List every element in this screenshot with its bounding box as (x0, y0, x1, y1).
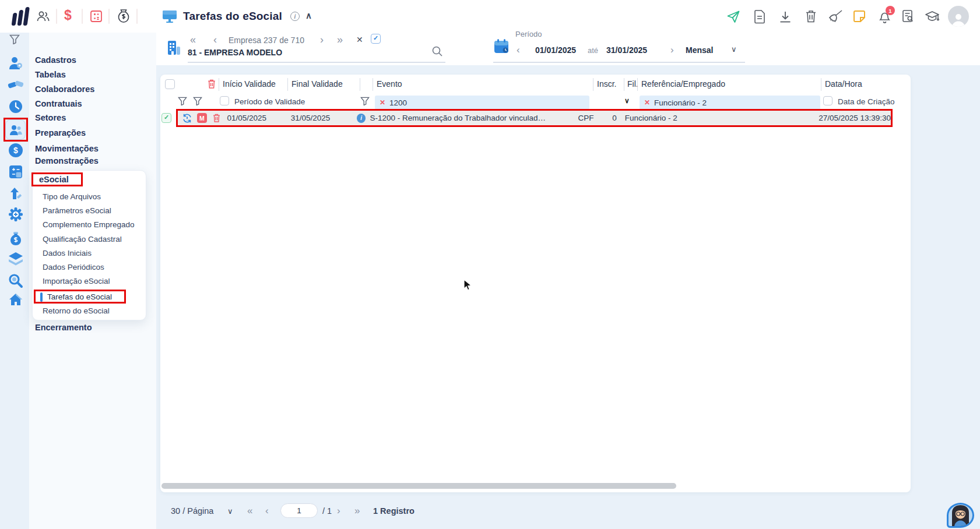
first-page-button[interactable]: « (247, 505, 252, 517)
calculator-rail-icon[interactable] (9, 165, 23, 179)
table-row[interactable]: M 01/05/2025 31/05/2025 i S-1200 - Remun… (176, 109, 893, 127)
data-criacao-checkbox[interactable] (823, 96, 833, 105)
filter-icon[interactable] (9, 34, 20, 44)
horizontal-scrollbar[interactable] (161, 483, 676, 489)
submenu-tarefas-do-esocial[interactable]: Tarefas do eSocial (47, 292, 112, 301)
submenu-dados-periodicos[interactable]: Dados Periódicos (43, 263, 104, 271)
period-next-button[interactable]: › (670, 44, 674, 56)
document-icon[interactable] (753, 9, 766, 24)
graduation-icon[interactable] (925, 10, 940, 23)
cell-data-hora: 27/05/2025 13:39:30 (795, 114, 891, 122)
trash-icon[interactable] (805, 9, 817, 23)
info-icon[interactable]: i (290, 12, 300, 21)
company-search-icon[interactable] (431, 45, 443, 57)
period-mode-caret-icon[interactable]: ∨ (731, 45, 737, 54)
company-first-button[interactable]: « (190, 34, 196, 46)
download-icon[interactable] (779, 10, 792, 23)
per-page-caret-icon[interactable]: ∨ (227, 507, 233, 516)
collapse-header-icon[interactable]: ∧ (305, 10, 312, 21)
sidebar-item-movimentacoes[interactable]: Movimentações (35, 144, 99, 153)
submenu-dados-iniciais[interactable]: Dados Iniciais (43, 249, 92, 258)
period-start-date[interactable]: 01/01/2025 (535, 45, 576, 55)
select-all-checkbox[interactable] (165, 79, 175, 89)
submenu-qualificacao-cadastral[interactable]: Qualificação Cadastral (43, 235, 122, 244)
next-page-button[interactable]: › (337, 505, 340, 517)
promotion-icon[interactable] (9, 186, 22, 202)
dollar-icon[interactable]: $ (64, 8, 72, 23)
colaboradores-rail-icon[interactable] (5, 119, 26, 140)
col-inscr[interactable]: Inscr. (597, 79, 616, 89)
monitor-icon (162, 9, 177, 23)
submenu-tipo-de-arquivos[interactable]: Tipo de Arquivos (43, 192, 101, 201)
moneybag-rail-icon[interactable] (9, 231, 23, 246)
last-page-button[interactable]: » (354, 505, 360, 517)
filter-funnel-icon[interactable] (178, 97, 187, 105)
filter-funnel-icon[interactable] (193, 97, 202, 105)
submenu-importacao-esocial[interactable]: Importação eSocial (43, 277, 110, 285)
resend-icon[interactable] (182, 113, 192, 124)
person-settings-icon[interactable] (8, 55, 23, 70)
search-rail-icon[interactable] (8, 273, 23, 288)
broom-icon[interactable] (828, 9, 843, 23)
filter-funnel-icon[interactable] (360, 97, 370, 105)
dollar-rail-icon[interactable]: $ (9, 143, 23, 157)
note-icon[interactable] (852, 9, 866, 23)
active-item-indicator (40, 292, 43, 302)
row-delete-icon[interactable] (212, 113, 221, 123)
audit-log-icon[interactable] (901, 9, 915, 23)
calculator-icon[interactable] (89, 9, 103, 23)
sidebar-item-encerramento[interactable]: Encerramento (35, 323, 92, 332)
table-card: Início Validade Final Validade Evento In… (160, 75, 911, 492)
current-page-input[interactable]: 1 (280, 503, 318, 518)
bulk-delete-icon[interactable] (207, 79, 216, 89)
sidebar-item-preparacoes[interactable]: Preparações (35, 128, 86, 137)
company-checkbox[interactable]: ✓ (371, 34, 381, 44)
sidebar-item-esocial[interactable]: eSocial (39, 175, 69, 184)
assistant-chat-button[interactable] (947, 503, 974, 528)
period-label: Período (515, 30, 542, 38)
period-prev-button[interactable]: ‹ (517, 44, 520, 56)
clock-icon[interactable] (8, 99, 23, 114)
sidebar-item-tabelas[interactable]: Tabelas (35, 70, 66, 79)
moneybag-icon[interactable] (117, 8, 131, 23)
periodo-validade-checkbox[interactable] (220, 96, 229, 105)
sidebar-item-contratuais[interactable]: Contratuais (35, 99, 82, 108)
app-logo[interactable] (10, 7, 31, 26)
info-badge[interactable]: i (357, 114, 366, 123)
gear-icon[interactable] (8, 207, 23, 222)
period-end-date[interactable]: 31/01/2025 (606, 45, 647, 55)
people-icon[interactable] (36, 10, 50, 23)
col-evento[interactable]: Evento (377, 79, 402, 89)
submenu-complemento-empregado[interactable]: Complemento Empregado (43, 220, 135, 229)
referencia-filter-input[interactable]: ✕ Funcionário - 2 (640, 96, 820, 110)
send-icon[interactable] (726, 10, 740, 24)
col-fil[interactable]: Fil. (627, 79, 638, 89)
sidebar-item-colaboradores[interactable]: Colaboradores (35, 84, 94, 94)
prev-page-button[interactable]: ‹ (265, 505, 269, 517)
home-icon[interactable] (8, 292, 23, 306)
clear-filter-icon[interactable]: ✕ (380, 98, 385, 107)
sidebar-item-cadastros[interactable]: Cadastros (35, 55, 76, 65)
col-data-hora[interactable]: Data/Hora (825, 79, 862, 89)
evento-filter-input[interactable]: ✕ 1200 (375, 96, 589, 110)
col-inicio-validade[interactable]: Início Validade (223, 79, 276, 89)
sidebar-item-setores[interactable]: Setores (35, 113, 66, 122)
company-clear-button[interactable]: ✕ (356, 35, 363, 44)
submenu-parametros-esocial[interactable]: Parâmetros eSocial (43, 206, 111, 215)
row-select-checkbox[interactable]: ✓ (161, 113, 171, 123)
user-avatar[interactable] (948, 6, 969, 27)
layers-icon[interactable] (8, 252, 24, 266)
col-final-validade[interactable]: Final Validade (291, 79, 343, 89)
period-mode-select[interactable]: Mensal (686, 45, 713, 55)
col-referencia-empregado[interactable]: Referência/Empregado (641, 79, 725, 89)
clear-filter-icon[interactable]: ✕ (644, 98, 650, 107)
sidebar-item-demonstracoes[interactable]: Demonstrações (35, 156, 99, 165)
submenu-retorno-do-esocial[interactable]: Retorno do eSocial (43, 306, 110, 315)
per-page-select[interactable]: 30 / Página (171, 506, 213, 516)
company-last-button[interactable]: » (337, 34, 343, 46)
company-prev-button[interactable]: ‹ (213, 34, 217, 46)
inscr-dropdown-caret-icon[interactable]: ∨ (624, 97, 630, 105)
company-next-button[interactable]: › (320, 34, 324, 46)
handshake-icon[interactable] (7, 77, 24, 91)
cell-inscr: CPF (578, 114, 605, 122)
